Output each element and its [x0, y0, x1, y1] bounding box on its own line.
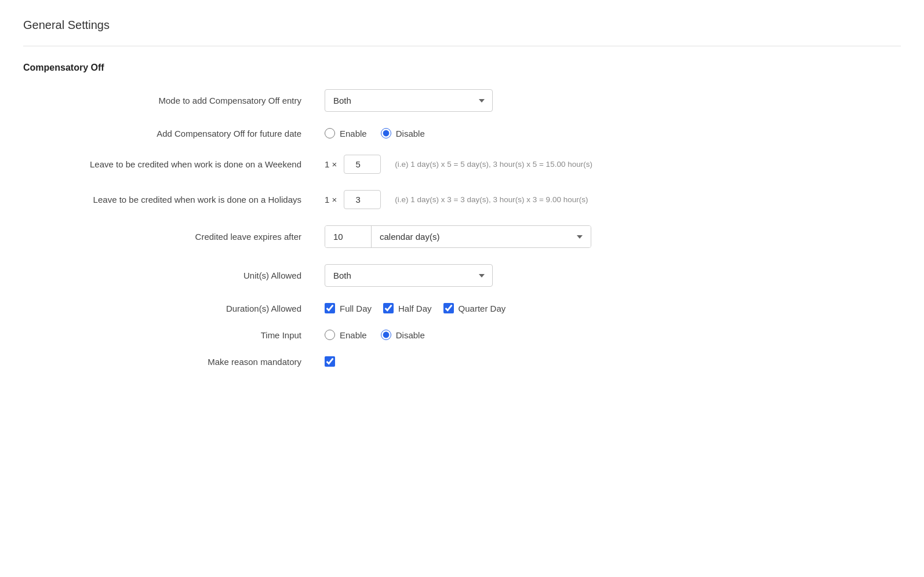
- control-reason-mandatory: [325, 356, 901, 367]
- label-holiday-credit: Leave to be credited when work is done o…: [23, 195, 325, 204]
- control-units-allowed: Both Days Hours: [325, 264, 901, 287]
- radio-disable-time[interactable]: [381, 330, 391, 340]
- label-reason-mandatory: Make reason mandatory: [23, 357, 325, 367]
- section-divider: [23, 46, 901, 46]
- holiday-multiplier-note: (i.e) 1 day(s) x 3 = 3 day(s), 3 hour(s)…: [395, 195, 588, 204]
- radio-label-disable-time: Disable: [396, 330, 425, 340]
- radio-enable-time[interactable]: [325, 330, 335, 340]
- radio-item-disable-time[interactable]: Disable: [381, 330, 425, 340]
- radio-item-enable-future[interactable]: Enable: [325, 128, 367, 138]
- multiplier-prefix-holiday: 1 ×: [325, 195, 337, 204]
- multiplier-group-weekend: 1 × (i.e) 1 day(s) x 5 = 5 day(s), 3 hou…: [325, 155, 592, 174]
- row-time-input: Time Input Enable Disable: [23, 330, 901, 340]
- control-credited-expires: calendar day(s) working day(s) month(s): [325, 225, 901, 248]
- radio-label-disable-future: Disable: [396, 129, 425, 138]
- control-time-input: Enable Disable: [325, 330, 901, 340]
- label-mode-to-add: Mode to add Compensatory Off entry: [23, 96, 325, 105]
- checkbox-reason-mandatory[interactable]: [325, 356, 335, 367]
- page-title: General Settings: [23, 19, 901, 32]
- checkbox-half-day[interactable]: [383, 303, 394, 313]
- radio-label-enable-time: Enable: [340, 330, 367, 340]
- checkbox-item-full-day[interactable]: Full Day: [325, 303, 372, 313]
- multiplier-prefix-weekend: 1 ×: [325, 159, 337, 169]
- radio-group-future-date: Enable Disable: [325, 128, 425, 138]
- row-weekend-credit: Leave to be credited when work is done o…: [23, 155, 901, 174]
- weekend-multiplier-input[interactable]: [344, 155, 381, 174]
- control-weekend-credit: 1 × (i.e) 1 day(s) x 5 = 5 day(s), 3 hou…: [325, 155, 901, 174]
- expires-group: calendar day(s) working day(s) month(s): [325, 225, 591, 248]
- radio-item-disable-future[interactable]: Disable: [381, 128, 425, 138]
- weekend-multiplier-note: (i.e) 1 day(s) x 5 = 5 day(s), 3 hour(s)…: [395, 160, 592, 169]
- label-durations-allowed: Duration(s) Allowed: [23, 304, 325, 313]
- row-reason-mandatory: Make reason mandatory: [23, 356, 901, 367]
- radio-item-enable-time[interactable]: Enable: [325, 330, 367, 340]
- expires-unit-wrapper: calendar day(s) working day(s) month(s): [372, 226, 591, 247]
- control-mode-to-add: Both Attendance Manual: [325, 89, 901, 112]
- label-weekend-credit: Leave to be credited when work is done o…: [23, 159, 325, 169]
- units-dropdown[interactable]: Both Days Hours: [325, 264, 493, 287]
- radio-label-enable-future: Enable: [340, 129, 367, 138]
- checkbox-full-day[interactable]: [325, 303, 335, 313]
- page-container: General Settings Compensatory Off Mode t…: [0, 0, 924, 577]
- label-units-allowed: Unit(s) Allowed: [23, 271, 325, 280]
- row-durations-allowed: Duration(s) Allowed Full Day Half Day Qu…: [23, 303, 901, 313]
- label-time-input: Time Input: [23, 330, 325, 340]
- expires-unit-select[interactable]: calendar day(s) working day(s) month(s): [372, 226, 591, 247]
- row-units-allowed: Unit(s) Allowed Both Days Hours: [23, 264, 901, 287]
- label-credited-expires: Credited leave expires after: [23, 232, 325, 242]
- mode-dropdown[interactable]: Both Attendance Manual: [325, 89, 493, 112]
- checkbox-item-half-day[interactable]: Half Day: [383, 303, 432, 313]
- section-title: Compensatory Off: [23, 63, 901, 73]
- checkbox-label-half-day: Half Day: [398, 304, 432, 313]
- checkbox-label-full-day: Full Day: [340, 304, 372, 313]
- expires-number-input[interactable]: [325, 226, 372, 247]
- label-future-date: Add Compensatory Off for future date: [23, 129, 325, 138]
- control-holiday-credit: 1 × (i.e) 1 day(s) x 3 = 3 day(s), 3 hou…: [325, 190, 901, 209]
- checkbox-item-reason-mandatory[interactable]: [325, 356, 335, 367]
- checkbox-item-quarter-day[interactable]: Quarter Day: [443, 303, 506, 313]
- checkbox-group-durations: Full Day Half Day Quarter Day: [325, 303, 505, 313]
- row-mode-to-add: Mode to add Compensatory Off entry Both …: [23, 89, 901, 112]
- dropdown-wrapper-mode: Both Attendance Manual: [325, 89, 493, 112]
- radio-group-time-input: Enable Disable: [325, 330, 425, 340]
- checkbox-quarter-day[interactable]: [443, 303, 454, 313]
- holiday-multiplier-input[interactable]: [344, 190, 381, 209]
- radio-disable-future[interactable]: [381, 128, 391, 138]
- dropdown-wrapper-units: Both Days Hours: [325, 264, 493, 287]
- radio-enable-future[interactable]: [325, 128, 335, 138]
- row-future-date: Add Compensatory Off for future date Ena…: [23, 128, 901, 138]
- control-durations-allowed: Full Day Half Day Quarter Day: [325, 303, 901, 313]
- checkbox-label-quarter-day: Quarter Day: [459, 304, 506, 313]
- multiplier-group-holiday: 1 × (i.e) 1 day(s) x 3 = 3 day(s), 3 hou…: [325, 190, 588, 209]
- row-credited-expires: Credited leave expires after calendar da…: [23, 225, 901, 248]
- row-holiday-credit: Leave to be credited when work is done o…: [23, 190, 901, 209]
- control-future-date: Enable Disable: [325, 128, 901, 138]
